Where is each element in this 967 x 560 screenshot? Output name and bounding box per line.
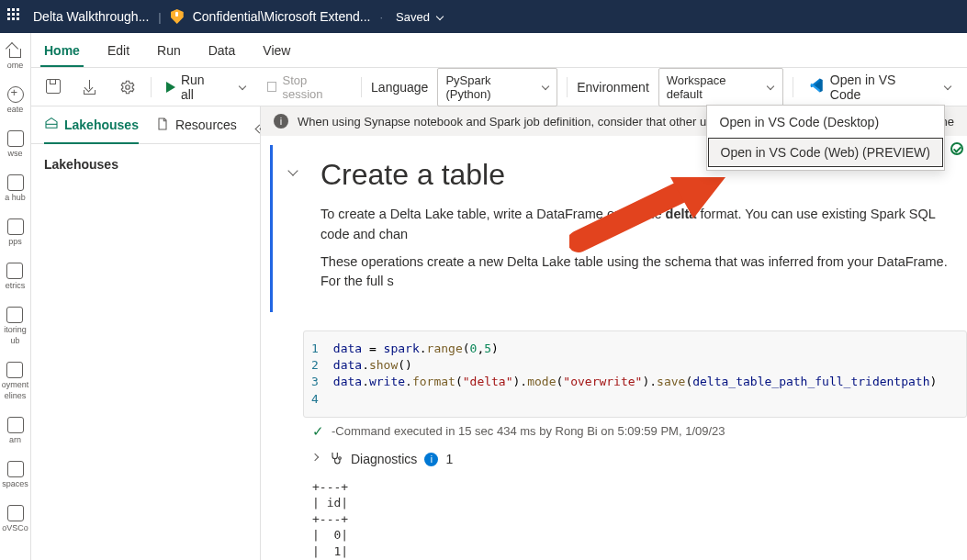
toolbar-separator <box>361 77 362 97</box>
rocket-icon <box>6 362 23 378</box>
toolbar-separator <box>151 77 152 97</box>
home-icon <box>7 42 24 59</box>
sensitivity-shield-icon <box>171 9 184 24</box>
toolbar: Run all Stop session Language PySpark (P… <box>0 68 967 106</box>
info-badge-icon: i <box>424 453 438 466</box>
environment-dropdown[interactable]: Workspace default <box>658 68 783 106</box>
lakehouse-icon <box>44 116 59 133</box>
doc-title[interactable]: Delta Walkthrough... <box>33 9 149 24</box>
link-icon <box>7 505 24 521</box>
chevron-down-icon <box>238 83 247 92</box>
side-tab-lakehouses-label: Lakehouses <box>64 118 139 132</box>
check-icon: ✓ <box>312 423 324 440</box>
run-all-button[interactable]: Run all <box>161 69 223 106</box>
chevron-down-icon <box>943 83 952 92</box>
tab-run[interactable]: Run <box>153 36 185 67</box>
side-panel: Lakehouses Resources Lakehouses <box>31 106 261 560</box>
saved-text: Saved <box>396 10 430 24</box>
chevron-down-icon <box>435 12 444 21</box>
rail-workspaces[interactable]: spaces <box>2 461 28 488</box>
tab-home[interactable]: Home <box>40 36 84 67</box>
tab-data[interactable]: Data <box>205 36 240 67</box>
side-tab-resources[interactable]: Resources <box>155 117 237 143</box>
folder-icon <box>7 130 24 147</box>
stethoscope-icon <box>329 451 343 468</box>
play-icon <box>166 82 175 93</box>
svg-point-2 <box>339 456 342 459</box>
open-vscode-split[interactable] <box>938 79 958 95</box>
status-ok-icon <box>950 142 963 155</box>
collapse-cell-icon[interactable] <box>289 167 302 180</box>
environment-value: Workspace default <box>667 73 759 101</box>
open-vscode-label: Open in VS Code <box>830 73 923 102</box>
rail-monitoring[interactable]: itoringub <box>4 307 27 345</box>
rail-home[interactable]: ome <box>7 42 24 70</box>
rail-browse[interactable]: wse <box>7 130 24 158</box>
rail-create[interactable]: eate <box>7 86 24 114</box>
left-nav-rail: ome eate wse a hub pps etrics itoringub … <box>0 33 31 560</box>
tab-view[interactable]: View <box>259 36 294 67</box>
run-all-label: Run all <box>181 73 218 102</box>
menu-vscode-desktop[interactable]: Open in VS Code (Desktop) <box>707 107 944 137</box>
diagnostics-count: 1 <box>445 452 453 466</box>
tab-edit[interactable]: Edit <box>104 36 133 67</box>
lakehouses-heading: Lakehouses <box>31 144 260 185</box>
sensitivity-label[interactable]: Confidential\Microsoft Extend... <box>193 9 371 24</box>
rail-ovsco[interactable]: oVSCo <box>2 505 28 532</box>
ribbon-tabs: Home Edit Run Data View <box>0 33 967 68</box>
menu-vscode-web[interactable]: Open in VS Code (Web) (PREVIEW) <box>708 138 943 167</box>
md-paragraph-2: These operations create a new Delta Lake… <box>320 252 954 293</box>
md-paragraph-1: To create a Delta Lake table, write a Da… <box>320 205 954 245</box>
monitor-icon <box>6 307 23 323</box>
rail-learn[interactable]: arn <box>7 417 24 444</box>
rail-apps[interactable]: pps <box>7 218 24 246</box>
chevron-right-icon <box>312 454 321 464</box>
stop-session-button[interactable]: Stop session <box>262 70 352 105</box>
body-layout: Lakehouses Resources Lakehouses i When u… <box>0 106 967 560</box>
apps-icon <box>7 218 24 235</box>
document-icon <box>155 117 170 134</box>
vscode-icon <box>808 77 825 96</box>
info-icon: i <box>274 114 288 129</box>
rail-deployment[interactable]: oymentelines <box>2 362 29 400</box>
plus-circle-icon <box>7 86 24 103</box>
separator: | <box>158 10 161 24</box>
environment-label: Environment <box>577 80 649 95</box>
rail-datahub[interactable]: a hub <box>5 174 26 202</box>
side-tab-lakehouses[interactable]: Lakehouses <box>44 116 139 144</box>
language-value: PySpark (Python) <box>445 73 533 101</box>
side-panel-tabs: Lakehouses Resources <box>31 106 260 144</box>
diagnostics-row[interactable]: Diagnostics i 1 <box>303 445 967 474</box>
app-launcher-icon[interactable] <box>7 8 24 25</box>
saved-status[interactable]: Saved <box>396 10 444 24</box>
line-gutter: 1 2 3 4 <box>304 331 326 417</box>
side-tab-resources-label: Resources <box>175 118 237 132</box>
cell-output: +---+ | id| +---+ | 0| | 1| | 2| | 3| | … <box>303 474 967 560</box>
dot-separator: · <box>379 10 383 24</box>
code-editor[interactable]: data = spark.range(0,5) data.show() data… <box>326 331 945 417</box>
open-vscode-button[interactable]: Open in VS Code <box>803 69 928 106</box>
exec-status: ✓ -Command executed in 15 sec 434 ms by … <box>303 418 967 445</box>
gear-icon <box>119 79 136 95</box>
stop-icon <box>267 82 276 92</box>
code-cell[interactable]: 1 2 3 4 data = spark.range(0,5) data.sho… <box>303 330 967 418</box>
toolbar-separator <box>567 77 568 97</box>
book-icon <box>7 417 24 433</box>
database-icon <box>7 174 24 191</box>
language-dropdown[interactable]: PySpark (Python) <box>437 68 557 106</box>
metrics-icon <box>6 263 23 279</box>
save-button[interactable] <box>40 75 68 99</box>
toolbar-separator <box>793 77 793 97</box>
main-area: i When using Synapse notebook and Spark … <box>261 106 967 560</box>
title-bar: Delta Walkthrough... | Confidential\Micr… <box>0 0 967 33</box>
settings-button[interactable] <box>114 75 141 99</box>
chevron-down-icon <box>766 83 774 92</box>
stop-session-label: Stop session <box>282 73 346 101</box>
language-label: Language <box>371 80 428 95</box>
vscode-dropdown-menu: Open in VS Code (Desktop) Open in VS Cod… <box>706 105 945 171</box>
diagnostics-label: Diagnostics <box>351 452 417 466</box>
exec-status-text: -Command executed in 15 sec 434 ms by Ro… <box>332 424 725 438</box>
rail-metrics[interactable]: etrics <box>6 263 26 290</box>
run-all-dropdown[interactable] <box>232 79 253 95</box>
download-button[interactable] <box>77 75 105 99</box>
